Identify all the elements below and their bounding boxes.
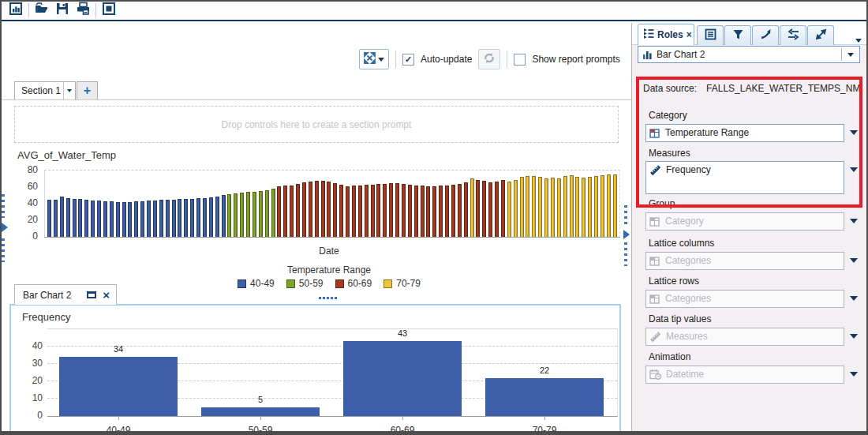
tab-interactions[interactable] <box>807 25 834 45</box>
top-chart-bar[interactable] <box>575 177 579 237</box>
top-chart-bar[interactable] <box>532 176 536 237</box>
top-chart-bar[interactable] <box>395 183 399 237</box>
top-chart-bar[interactable] <box>376 184 380 237</box>
top-chart-bar[interactable] <box>352 186 356 237</box>
top-chart-bar[interactable] <box>60 197 64 237</box>
measures-field[interactable]: Frequency <box>645 161 844 194</box>
auto-update-checkbox[interactable]: ✓ <box>402 54 414 66</box>
tab-filters[interactable] <box>724 25 751 45</box>
top-chart-bar[interactable] <box>402 184 406 237</box>
top-chart-bar[interactable] <box>78 199 82 237</box>
bottom-chart-bar[interactable] <box>485 378 604 416</box>
chevron-down-icon[interactable] <box>842 53 859 57</box>
top-chart-bar[interactable] <box>240 193 244 237</box>
print-button[interactable] <box>73 2 93 19</box>
top-chart-bar[interactable] <box>122 202 126 237</box>
top-chart-bar[interactable] <box>215 197 219 237</box>
section-prompt-drop-area[interactable]: Drop controls here to create a section p… <box>14 106 619 143</box>
top-chart-bar[interactable] <box>600 175 604 237</box>
top-chart-bar[interactable] <box>451 185 455 237</box>
tab-properties[interactable] <box>697 25 724 45</box>
top-chart-bar[interactable] <box>172 200 176 237</box>
maximize-view-button[interactable] <box>359 49 389 69</box>
category-dropdown-arrow[interactable] <box>850 130 858 135</box>
top-chart-bar[interactable] <box>488 182 492 237</box>
lattice-rows-field[interactable]: Categories <box>645 290 844 308</box>
top-chart-bar[interactable] <box>501 180 505 237</box>
top-chart-bar[interactable] <box>271 189 275 237</box>
top-chart-bar[interactable] <box>563 176 567 237</box>
top-chart-bar[interactable] <box>520 177 524 237</box>
top-chart-bar[interactable] <box>222 195 226 237</box>
top-chart-bar[interactable] <box>178 199 181 237</box>
top-chart-bar[interactable] <box>432 186 436 237</box>
top-chart-bar[interactable] <box>426 186 430 237</box>
section-tab-menu[interactable] <box>63 82 75 99</box>
top-chart-bar[interactable] <box>464 182 468 237</box>
top-chart-bar[interactable] <box>588 177 592 237</box>
group-field[interactable]: Category <box>645 212 844 231</box>
top-chart-bar[interactable] <box>421 186 425 237</box>
top-chart-bar[interactable] <box>414 186 418 237</box>
top-chart-bar[interactable] <box>445 186 449 237</box>
animation-dropdown-arrow[interactable] <box>850 372 858 377</box>
animation-field[interactable]: Datetime <box>645 366 844 384</box>
top-chart-bar[interactable] <box>234 193 238 237</box>
top-chart-bar[interactable] <box>321 181 325 237</box>
top-chart-bar[interactable] <box>557 178 561 237</box>
category-field[interactable]: Temperature Range <box>645 124 844 142</box>
top-chart-bar[interactable] <box>277 186 281 237</box>
top-chart-bar[interactable] <box>134 201 138 237</box>
open-button[interactable] <box>32 2 52 19</box>
bar-chart-2-container[interactable]: Frequency 40 30 20 10 0 3440-49550-59436… <box>9 304 621 435</box>
top-chart-bar[interactable] <box>439 186 443 237</box>
top-chart-bar[interactable] <box>470 178 474 237</box>
left-panel-expand-arrow-icon[interactable] <box>2 223 8 232</box>
top-chart-bar[interactable] <box>227 194 231 237</box>
top-chart-bar[interactable] <box>166 200 170 237</box>
data-tip-values-dropdown-arrow[interactable] <box>850 334 858 339</box>
top-chart-bar[interactable] <box>570 175 574 237</box>
save-button[interactable] <box>52 2 73 19</box>
lattice-rows-dropdown-arrow[interactable] <box>850 296 858 301</box>
right-panel-collapse-arrow-icon[interactable] <box>623 230 630 239</box>
data-tip-values-field[interactable]: Measures <box>645 328 844 346</box>
right-splitter-handle[interactable] <box>624 205 627 227</box>
add-section-button[interactable]: + <box>77 81 98 100</box>
top-chart-bar[interactable] <box>54 200 58 237</box>
tab-close-icon[interactable]: × <box>687 29 692 40</box>
top-chart-bar[interactable] <box>103 201 107 237</box>
top-chart-bar[interactable] <box>476 180 480 237</box>
top-chart-bar[interactable] <box>507 182 511 237</box>
right-splitter-handle[interactable] <box>624 242 627 266</box>
maximize-icon[interactable] <box>87 291 96 298</box>
top-chart-bar[interactable] <box>315 181 319 237</box>
top-chart-bar[interactable] <box>203 198 207 237</box>
top-chart-bar[interactable] <box>147 201 151 237</box>
close-icon[interactable]: × <box>103 289 110 301</box>
top-chart-bar[interactable] <box>283 186 287 237</box>
refresh-button[interactable] <box>478 49 500 69</box>
top-chart-bar[interactable] <box>371 185 375 237</box>
top-chart-bar[interactable] <box>327 182 331 237</box>
top-chart-bar[interactable] <box>582 178 586 237</box>
top-chart-bar[interactable] <box>339 185 343 237</box>
top-chart-bar[interactable] <box>128 202 132 237</box>
tab-conditional-highlighting[interactable] <box>780 25 806 45</box>
new-report-button[interactable] <box>6 2 26 19</box>
top-chart-bar[interactable] <box>495 182 499 237</box>
top-chart-bar[interactable] <box>47 200 51 237</box>
bottom-chart-bar[interactable] <box>201 407 320 416</box>
top-chart-bar[interactable] <box>333 183 337 237</box>
top-chart-bar[interactable] <box>73 199 77 237</box>
top-chart-bar[interactable] <box>97 201 101 237</box>
top-chart-bar[interactable] <box>358 186 362 237</box>
top-chart-bar[interactable] <box>290 186 294 237</box>
top-chart-bar[interactable] <box>594 176 598 237</box>
top-chart-bar[interactable] <box>91 201 95 237</box>
bottom-chart-bar[interactable] <box>343 341 462 416</box>
top-chart-bar[interactable] <box>309 182 312 237</box>
show-report-prompts-checkbox[interactable] <box>514 54 526 66</box>
top-chart-bar[interactable] <box>209 197 213 237</box>
top-chart-bar[interactable] <box>458 184 462 237</box>
